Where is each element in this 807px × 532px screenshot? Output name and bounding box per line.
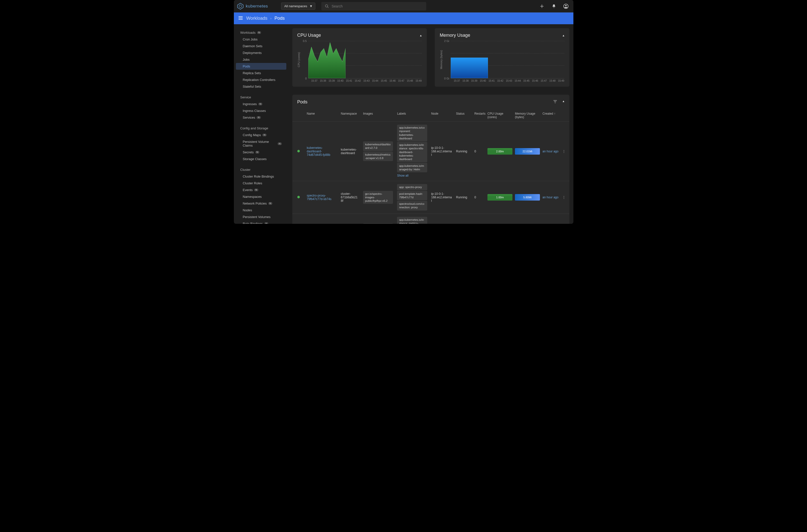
- created-link[interactable]: an hour ago: [542, 195, 558, 199]
- label-chip: app.kubernetes.io/managed-by: Helm: [397, 163, 427, 173]
- column-header[interactable]: Name: [305, 109, 339, 122]
- x-tick: 15:39: [329, 79, 335, 82]
- column-header[interactable]: Memory Usage (bytes): [513, 109, 540, 122]
- mem-chart: [451, 41, 488, 78]
- sidebar-item-storage-classes[interactable]: Storage Classes: [236, 156, 286, 162]
- notifications-button[interactable]: [549, 4, 558, 9]
- sidebar-item-namespaces[interactable]: Namespaces: [236, 193, 286, 200]
- sidebar-item-ingress-classes[interactable]: Ingress Classes: [236, 108, 286, 114]
- sidebar-item-nodes[interactable]: Nodes: [236, 207, 286, 213]
- sidebar-item-events[interactable]: Events N: [236, 187, 286, 193]
- column-header[interactable]: Restarts: [472, 109, 485, 122]
- filter-button[interactable]: [553, 99, 558, 105]
- search-input[interactable]: [332, 4, 423, 8]
- restarts-cell: 0: [472, 181, 485, 213]
- sidebar-item-cluster-roles[interactable]: Cluster Roles: [236, 180, 286, 187]
- sidebar-item-cron-jobs[interactable]: Cron Jobs: [236, 36, 286, 43]
- restarts-cell: 0: [472, 213, 485, 224]
- sidebar-item-role-bindings[interactable]: Role Bindings N: [236, 220, 286, 224]
- account-button[interactable]: [561, 3, 570, 9]
- y-tick: 2 Gi: [444, 39, 449, 42]
- x-tick: 15:44: [372, 79, 378, 82]
- node-cell: ip-10-0-1-168.ec2.internal: [429, 122, 454, 181]
- pod-name-link[interactable]: spectro-proxy-79fb47c77d-sb74s: [307, 194, 332, 201]
- column-header[interactable]: Created ↑: [540, 109, 569, 122]
- sidebar-item-daemon-sets[interactable]: Daemon Sets: [236, 43, 286, 50]
- image-chip: kubernetesui/dashboard:v2.7.0: [363, 141, 393, 151]
- column-header[interactable]: Images: [361, 109, 395, 122]
- collapse-button[interactable]: ▴: [563, 34, 564, 37]
- chevron-down-icon: ▼: [309, 4, 313, 8]
- create-button[interactable]: [538, 4, 546, 9]
- x-tick: 15:49: [558, 79, 564, 82]
- image-chip: kubernetesui/metrics-scraper:v1.0.8: [363, 152, 393, 162]
- status-dot: [297, 150, 300, 152]
- plus-icon: [540, 4, 544, 9]
- label-chip: pod-template-hash: 79fb47c77d: [397, 191, 427, 201]
- x-tick: 15:47: [541, 79, 547, 82]
- sidebar-group: Cluster: [236, 166, 286, 173]
- search-box[interactable]: [321, 2, 426, 11]
- pod-name-link[interactable]: kubernetes-dashboard-74d67d445-fp88b: [307, 146, 330, 157]
- collapse-button[interactable]: ▴: [420, 34, 422, 37]
- bell-icon: [551, 4, 557, 9]
- column-header[interactable]: [292, 109, 305, 122]
- x-tick: 15:43: [363, 79, 370, 82]
- row-menu[interactable]: ⋮: [561, 195, 567, 199]
- sidebar-item-network-policies[interactable]: Network Policies N: [236, 200, 286, 207]
- row-menu[interactable]: ⋮: [561, 150, 567, 153]
- breadcrumb-parent[interactable]: Workloads: [246, 16, 267, 21]
- image-chip: gcr.io/spectro-images-public/release/met…: [363, 223, 393, 224]
- sidebar-item-secrets[interactable]: Secrets N: [236, 149, 286, 156]
- column-header[interactable]: Node: [429, 109, 454, 122]
- x-tick: 15:48: [407, 79, 413, 82]
- created-link[interactable]: an hour ago: [542, 150, 558, 153]
- show-all-link[interactable]: Show all: [397, 173, 427, 178]
- cpu-usage-card: CPU Usage ▴ CPU (cores) 0.5 0: [292, 28, 427, 87]
- table-row: spectro-proxy-79fb47c77d-sb74s cluster-6…: [292, 181, 569, 213]
- sidebar-item-replica-sets[interactable]: Replica Sets: [236, 70, 286, 76]
- column-header[interactable]: Status: [454, 109, 472, 122]
- sidebar-item-services[interactable]: Services N: [236, 114, 286, 121]
- sidebar-item-cluster-role-bindings[interactable]: Cluster Role Bindings: [236, 173, 286, 180]
- sidebar-item-ingresses[interactable]: Ingresses N: [236, 101, 286, 108]
- hamburger-icon: [238, 15, 243, 21]
- sidebar-item-pods[interactable]: Pods: [236, 63, 286, 70]
- sidebar-item-persistent-volumes[interactable]: Persistent Volumes: [236, 213, 286, 220]
- label-chip: spectrocloud.com/connection: proxy: [397, 201, 427, 211]
- namespace-selector[interactable]: All namespaces ▼: [281, 2, 316, 10]
- sidebar-item-stateful-sets[interactable]: Stateful Sets: [236, 83, 286, 90]
- image-chip: gcr.io/spectro-images-public/frp/frpc:v5…: [363, 191, 393, 204]
- sidebar-item-jobs[interactable]: Jobs: [236, 56, 286, 63]
- cpu-sparkline: 1.00m: [487, 194, 512, 201]
- logo-text: kubernetes: [246, 4, 268, 9]
- sidebar-item-replication-controllers[interactable]: Replication Controllers: [236, 76, 286, 83]
- sidebar-item-config-maps[interactable]: Config Maps N: [236, 132, 286, 138]
- sidebar-item-persistent-volume-claims[interactable]: Persistent Volume Claims N: [236, 138, 286, 149]
- svg-point-2: [325, 4, 328, 7]
- x-tick: 15:37: [311, 79, 318, 82]
- account-icon: [563, 3, 569, 9]
- sidebar-group: Workloads N: [236, 29, 286, 36]
- filter-icon: [553, 99, 558, 104]
- status-cell: Running: [454, 213, 472, 224]
- label-chip: app.kubernetes.io/instance: metrics-serv…: [397, 217, 427, 224]
- sidebar-item-deployments[interactable]: Deployments: [236, 50, 286, 56]
- status-cell: Running: [454, 181, 472, 213]
- x-tick: 15:47: [398, 79, 404, 82]
- logo[interactable]: kubernetes: [237, 3, 268, 10]
- cpu-sparkline: 2.00m: [487, 148, 512, 155]
- collapse-button[interactable]: ▴: [563, 99, 564, 105]
- svg-point-1: [239, 5, 242, 7]
- sidebar-group: Config and Storage: [236, 125, 286, 132]
- svg-point-4: [553, 7, 554, 8]
- x-tick: 15:40: [480, 79, 486, 82]
- column-header[interactable]: Labels: [395, 109, 429, 122]
- label-chip: app.kubernetes.io/instance: spectro-k8s-…: [397, 142, 427, 162]
- column-header[interactable]: CPU Usage (cores): [485, 109, 513, 122]
- cpu-chart: [308, 41, 345, 78]
- menu-toggle[interactable]: [238, 15, 243, 21]
- column-header[interactable]: Namespace: [339, 109, 361, 122]
- y-tick: 0 Gi: [444, 77, 449, 80]
- y-tick: 0.5: [303, 39, 306, 42]
